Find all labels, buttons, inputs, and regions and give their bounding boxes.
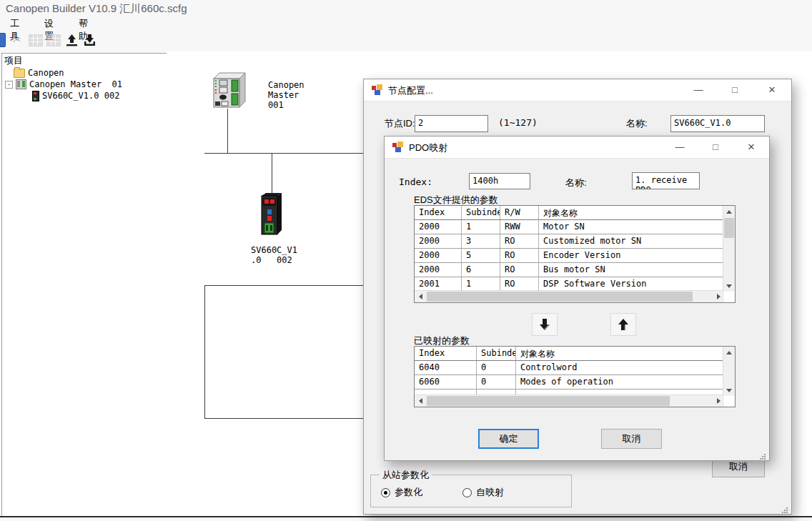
cancel-button[interactable]: 取消: [601, 429, 662, 449]
node-dialog-titlebar[interactable]: 节点配置... — □ ✕: [364, 79, 791, 101]
folder-icon: [14, 69, 25, 78]
vertical-scrollbar[interactable]: [723, 347, 735, 396]
name-label: 名称:: [626, 117, 648, 130]
pdo-mapping-dialog: PDO映射 — □ ✕ Index: 1400h 名称: 1. receive …: [384, 136, 770, 461]
table-row[interactable]: 60400Controlword: [415, 361, 723, 375]
tree-item-master[interactable]: - Canopen Master 01: [5, 79, 122, 90]
maximize-icon[interactable]: □: [723, 82, 746, 98]
eds-parameter-table: IndexSubindeR/W对象名称20001RWWMotor SN20003…: [414, 205, 736, 303]
radio-selfmap[interactable]: 自映射: [462, 486, 504, 499]
table-cell: RO: [500, 277, 539, 291]
column-header[interactable]: Index: [415, 206, 462, 219]
table-cell: Motor SN: [539, 220, 723, 234]
paste-icon[interactable]: [45, 31, 62, 49]
scroll-down-icon[interactable]: [723, 384, 735, 396]
selection-rectangle: [204, 285, 377, 419]
table-cell: Bus motor SN: [539, 263, 723, 277]
vertical-scrollbar[interactable]: [723, 206, 735, 292]
scrollbar-thumb[interactable]: [724, 218, 734, 238]
bus-drop-slave: [272, 153, 272, 194]
table-cell: RO: [500, 249, 539, 262]
table-row[interactable]: 60600Modes of operation: [415, 375, 723, 389]
table-cell: 1: [462, 277, 500, 291]
resize-grip[interactable]: [781, 504, 788, 511]
project-tree-panel: 项目 Canopen - Canopen Master 01 SV660C_V1…: [1, 53, 168, 517]
pdo-dialog-title: PDO映射: [409, 142, 447, 154]
group-label: 从站参数化: [380, 469, 432, 482]
table-cell: Controlword: [516, 361, 723, 374]
map-down-button[interactable]: [532, 313, 558, 336]
table-row[interactable]: 20001RWWMotor SN: [415, 220, 723, 234]
scrollbar-thumb[interactable]: [427, 396, 670, 406]
scrollbar-thumb[interactable]: [427, 292, 693, 302]
download-icon[interactable]: [81, 31, 98, 49]
pdo-name-input[interactable]: 1. receive PDO: [632, 172, 700, 189]
minimize-icon[interactable]: —: [687, 82, 710, 98]
column-header[interactable]: 对象名称: [516, 347, 723, 360]
column-header[interactable]: 对象名称: [539, 206, 723, 219]
table-cell: 2000: [415, 220, 462, 234]
table-cell: 1: [462, 220, 500, 234]
horizontal-scrollbar[interactable]: [415, 395, 724, 407]
close-icon[interactable]: ✕: [740, 139, 763, 155]
scroll-right-icon[interactable]: [713, 291, 724, 302]
pdo-name-label: 名称:: [565, 177, 587, 189]
scroll-left-icon[interactable]: [415, 395, 426, 407]
map-up-button[interactable]: [610, 313, 636, 336]
bus-drop-master: [227, 109, 228, 153]
master-device-label: Canopen Master 001: [268, 80, 304, 110]
arrow-up-icon: [616, 317, 630, 332]
table-row[interactable]: 20006ROBus motor SN: [415, 263, 723, 277]
radio-selected-icon: [381, 488, 390, 497]
table-header-row: IndexSubinde对象名称: [415, 347, 723, 361]
tree-item-slave[interactable]: SV660C_V1.0 002: [32, 90, 119, 101]
horizontal-scrollbar[interactable]: [415, 290, 724, 302]
column-header[interactable]: Subinde: [462, 206, 500, 219]
table-cell: RO: [500, 234, 539, 248]
cut-icon[interactable]: ✂: [9, 31, 26, 49]
radio-parameterize[interactable]: 参数化: [381, 486, 422, 499]
table-row[interactable]: 20011RODSP Software Version: [415, 277, 723, 292]
node-id-range: (1~127): [498, 117, 538, 128]
table-cell: 0: [477, 375, 516, 389]
copy-icon[interactable]: [27, 31, 44, 49]
save-icon[interactable]: [0, 31, 7, 49]
canopen-master-device[interactable]: [209, 70, 248, 111]
bottom-divider: [0, 516, 812, 517]
winforms-app-icon: [392, 142, 403, 153]
index-input[interactable]: 1400h: [469, 173, 530, 189]
column-header[interactable]: Subinde: [477, 347, 516, 360]
minimize-icon[interactable]: —: [668, 139, 691, 155]
servo-device-icon: [32, 91, 39, 101]
tree-item-canopen[interactable]: Canopen: [14, 67, 64, 79]
pdo-dialog-titlebar[interactable]: PDO映射 — □ ✕: [385, 137, 769, 159]
ok-button[interactable]: 确定: [478, 429, 539, 449]
table-cell: DSP Software Version: [539, 277, 723, 291]
scroll-up-icon[interactable]: [723, 347, 735, 358]
node-dialog-title: 节点配置...: [388, 84, 433, 97]
column-header[interactable]: R/W: [500, 206, 539, 219]
table-row[interactable]: 20005ROEncoder Version: [415, 249, 723, 263]
collapse-icon[interactable]: -: [5, 81, 13, 89]
scroll-up-icon[interactable]: [723, 206, 735, 217]
maximize-icon[interactable]: □: [704, 139, 727, 155]
scroll-right-icon[interactable]: [713, 395, 724, 407]
table-cell: 2001: [415, 277, 462, 291]
table-cell: RO: [500, 263, 539, 277]
scroll-down-icon[interactable]: [723, 280, 735, 292]
node-name-input[interactable]: SV660C_V1.0: [670, 115, 765, 132]
upload-icon[interactable]: [63, 31, 80, 49]
table-row[interactable]: 20003ROCustomized motor SN: [415, 234, 723, 249]
bus-line: [204, 153, 366, 154]
table-cell: Modes of operation: [516, 375, 723, 389]
node-id-input[interactable]: 2: [415, 115, 488, 132]
column-header[interactable]: Index: [415, 347, 477, 360]
sv660c-device[interactable]: [256, 192, 287, 240]
close-icon[interactable]: ✕: [761, 82, 783, 98]
resize-grip[interactable]: [759, 450, 766, 457]
scroll-left-icon[interactable]: [415, 291, 426, 302]
slave-parameterization-group: 从站参数化 参数化 自映射: [370, 475, 572, 507]
table-cell: RWW: [500, 220, 539, 234]
index-label: Index:: [399, 177, 432, 187]
table-cell: 2000: [415, 234, 462, 248]
